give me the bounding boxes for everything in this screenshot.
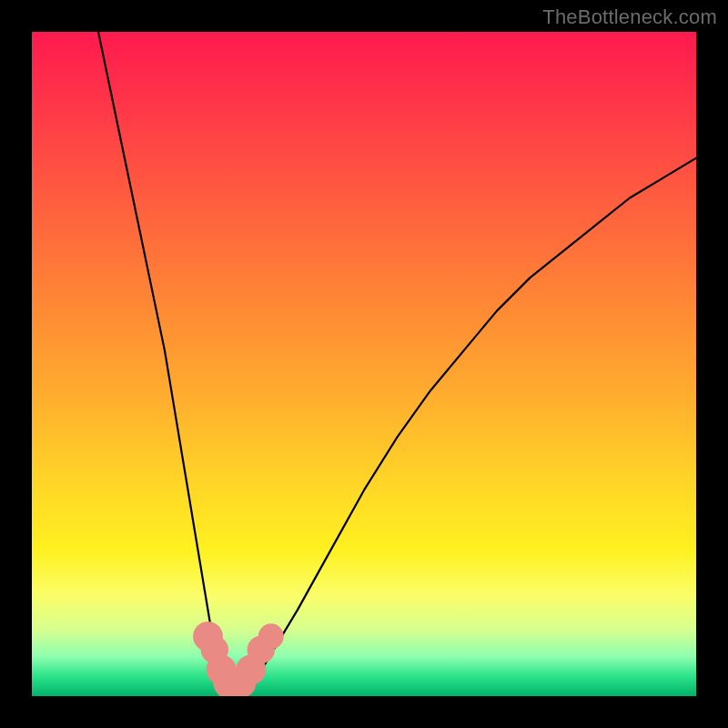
watermark-text: TheBottleneck.com — [542, 5, 717, 29]
curve-marker — [258, 623, 284, 649]
curve-markers — [193, 622, 284, 696]
bottleneck-curve — [98, 32, 696, 696]
chart-frame: TheBottleneck.com — [0, 0, 728, 728]
curve-layer — [32, 32, 696, 696]
plot-area — [32, 32, 696, 696]
